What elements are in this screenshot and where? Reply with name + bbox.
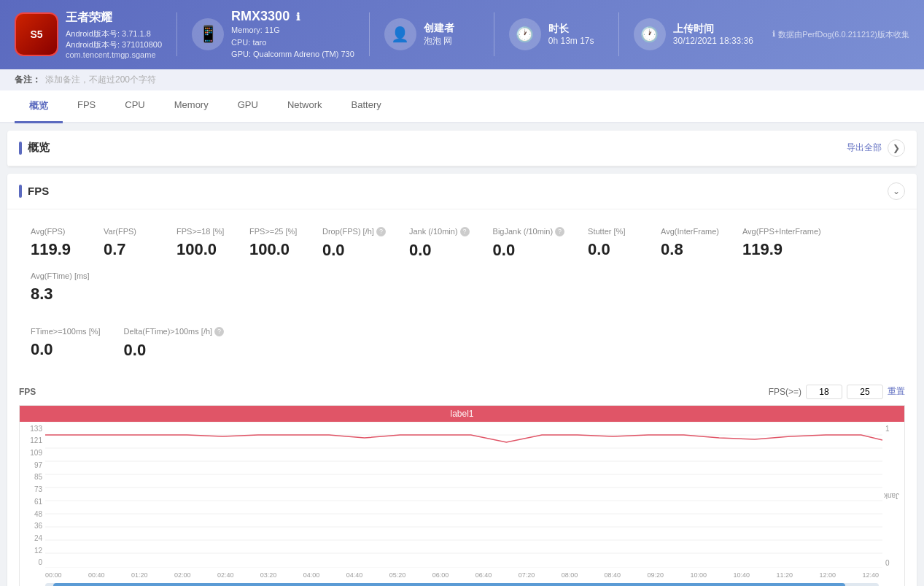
x-axis-label: 02:40 bbox=[217, 571, 234, 579]
overview-section: 概览 导出全部 ❯ bbox=[7, 131, 917, 166]
stat-value: 0.0 bbox=[31, 340, 101, 359]
fps-chart-inner: Jank bbox=[45, 422, 882, 570]
fps-reset-button[interactable]: 重置 bbox=[888, 385, 905, 398]
device-name-text: RMX3300 bbox=[231, 9, 290, 23]
x-axis-label: 10:40 bbox=[734, 571, 750, 579]
header-divider4 bbox=[618, 12, 619, 56]
duration-value: 0h 13m 17s bbox=[548, 36, 594, 46]
x-axis-label: 04:40 bbox=[346, 571, 363, 579]
stat-value: 100.0 bbox=[176, 240, 226, 259]
fps-y-axis-left: 13312110997857361483624120 bbox=[20, 422, 45, 570]
y-axis-label: 48 bbox=[23, 510, 42, 518]
stat-value: 0.0 bbox=[322, 241, 386, 260]
info-icon: ℹ bbox=[772, 29, 775, 39]
fps-chart-title: FPS bbox=[19, 387, 36, 397]
x-axis-label: 10:00 bbox=[691, 571, 707, 579]
creator-stat: 👤 创建者 泡泡 网 bbox=[384, 18, 479, 50]
overview-title: 概览 bbox=[19, 141, 50, 155]
creator-text: 创建者 泡泡 网 bbox=[424, 22, 454, 47]
help-icon[interactable]: ? bbox=[460, 227, 470, 236]
fps-stat-item: Avg(InterFrame)0.8 bbox=[649, 221, 731, 266]
device-icon: 📱 bbox=[192, 18, 224, 50]
app-package: com.tencent.tmgp.sgame bbox=[66, 50, 162, 59]
fps-threshold-label: FPS(>=) bbox=[769, 387, 801, 397]
app-text: 王者荣耀 Android版本号: 3.71.1.8 Android版本号: 37… bbox=[66, 10, 162, 59]
fps-chart-container: label1 13312110997857361483624120 bbox=[19, 405, 905, 587]
fps-scrollbar-track[interactable] bbox=[45, 583, 879, 587]
x-axis-label: 11:20 bbox=[776, 571, 793, 579]
stat-value: 8.3 bbox=[31, 285, 90, 304]
duration-stat: 🕐 时长 0h 13m 17s bbox=[509, 18, 604, 50]
stat-value: 119.9 bbox=[742, 240, 821, 259]
tab-cpu[interactable]: CPU bbox=[110, 90, 159, 123]
tab-overview[interactable]: 概览 bbox=[15, 90, 63, 123]
x-axis-label: 01:20 bbox=[131, 571, 148, 579]
creator-label: 创建者 bbox=[424, 22, 454, 35]
fps-title: FPS bbox=[19, 185, 49, 198]
stat-value: 0.7 bbox=[104, 240, 153, 259]
fps-stat-item: Stutter [%]0.0 bbox=[576, 221, 649, 266]
x-axis-label: 00:40 bbox=[88, 571, 105, 579]
x-axis-label: 03:20 bbox=[260, 571, 277, 579]
stat-value: 0.8 bbox=[661, 240, 719, 259]
stat-label: FTime>=100ms [%] bbox=[31, 327, 101, 336]
tab-gpu[interactable]: GPU bbox=[223, 90, 273, 123]
fps-stat-item: Avg(FPS)119.9 bbox=[19, 221, 92, 266]
app-icon: S5 bbox=[15, 12, 58, 56]
stat-value: 0.0 bbox=[493, 241, 565, 260]
y-axis-label: 0 bbox=[23, 558, 42, 566]
fps-header: FPS ⌄ bbox=[7, 174, 917, 209]
tab-battery[interactable]: Battery bbox=[337, 90, 396, 123]
fps-stats-grid: Avg(FPS)119.9Var(FPS)0.7FPS>=18 [%]100.0… bbox=[7, 209, 917, 321]
device-gpu: GPU: Qualcomm Adreno (TM) 730 bbox=[231, 48, 354, 61]
y-axis-label: 109 bbox=[23, 449, 42, 457]
y-axis-label: 97 bbox=[23, 461, 42, 469]
fps-line bbox=[45, 435, 882, 442]
app-info: S5 王者荣耀 Android版本号: 3.71.1.8 Android版本号:… bbox=[15, 10, 162, 59]
fps-chart-area: FPS FPS(>=) 重置 label1 133121109978573614… bbox=[7, 377, 917, 587]
header-divider3 bbox=[494, 12, 494, 56]
main-content: 概览 导出全部 ❯ FPS ⌄ Avg(FPS)119.9Var(FPS)0.7… bbox=[0, 131, 924, 587]
app-name: 王者荣耀 bbox=[66, 10, 162, 26]
header: S5 王者荣耀 Android版本号: 3.71.1.8 Android版本号:… bbox=[0, 0, 924, 69]
stat-label: Stutter [%] bbox=[588, 227, 637, 236]
device-cpu: CPU: taro bbox=[231, 36, 354, 49]
fps-threshold1-input[interactable] bbox=[806, 385, 842, 399]
fps-stat-item: Var(FPS)0.7 bbox=[92, 221, 165, 266]
duration-text: 时长 0h 13m 17s bbox=[548, 23, 594, 46]
fps-collapse-btn[interactable]: ⌄ bbox=[888, 182, 905, 200]
fps-stat-item: Avg(FPS+InterFrame)119.9 bbox=[731, 221, 833, 266]
overview-actions: 导出全部 ❯ bbox=[847, 139, 905, 157]
fps-stat-item: FPS>=25 [%]100.0 bbox=[238, 221, 311, 266]
x-axis-label: 05:20 bbox=[389, 571, 406, 579]
tab-network[interactable]: Network bbox=[273, 90, 337, 123]
notes-bar: 备注： 添加备注，不超过200个字符 bbox=[0, 69, 924, 90]
fps-threshold2-input[interactable] bbox=[847, 385, 883, 399]
fps-scrollbar-thumb[interactable] bbox=[53, 583, 845, 587]
y-axis-label: 12 bbox=[23, 547, 42, 555]
device-info: 📱 RMX3300 ℹ Memory: 11G CPU: taro GPU: Q… bbox=[192, 9, 354, 61]
x-axis-label: 08:00 bbox=[562, 571, 578, 579]
x-axis-label: 00:00 bbox=[45, 571, 62, 579]
fps-chart-header: FPS FPS(>=) 重置 bbox=[19, 385, 905, 399]
fps-stat-item: BigJank (/10min) ?0.0 bbox=[481, 221, 577, 266]
overview-collapse-btn[interactable]: ❯ bbox=[888, 139, 905, 157]
stat-label: Var(FPS) bbox=[104, 227, 153, 236]
y-axis-label: 85 bbox=[23, 473, 42, 481]
stat-label: Jank (/10min) ? bbox=[409, 227, 470, 236]
stat-label: FPS>=18 [%] bbox=[176, 227, 226, 236]
upload-stat: 🕐 上传时间 30/12/2021 18:33:36 bbox=[634, 18, 753, 50]
help-icon[interactable]: ? bbox=[214, 327, 224, 336]
help-icon[interactable]: ? bbox=[376, 227, 386, 236]
app-icon-inner: S5 bbox=[16, 14, 57, 55]
y-axis-label: 61 bbox=[23, 498, 42, 506]
tab-fps[interactable]: FPS bbox=[63, 90, 110, 123]
help-icon[interactable]: ? bbox=[555, 227, 564, 236]
tab-memory[interactable]: Memory bbox=[160, 90, 223, 123]
fps-chart-svg bbox=[45, 422, 882, 568]
fps-stats-grid2: FTime>=100ms [%]0.0Delta(FTime)>100ms [/… bbox=[7, 321, 917, 377]
fps-stat-item: FPS>=18 [%]100.0 bbox=[165, 221, 238, 266]
notes-placeholder[interactable]: 添加备注，不超过200个字符 bbox=[45, 74, 156, 86]
y-axis-label: 121 bbox=[23, 436, 42, 444]
export-button[interactable]: 导出全部 bbox=[847, 142, 882, 154]
